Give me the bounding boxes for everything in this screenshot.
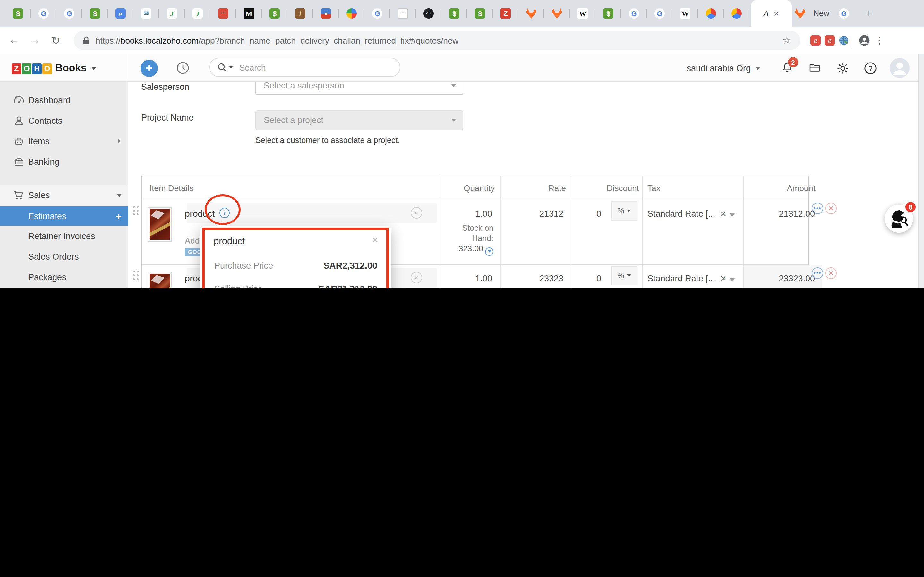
- sidebar-item-packages[interactable]: Packages: [0, 268, 128, 287]
- tax-row2[interactable]: Standard Rate [...✕: [648, 274, 735, 284]
- project-select[interactable]: Select a project: [255, 110, 463, 130]
- row2-more-actions-icon[interactable]: •••: [812, 268, 823, 279]
- row1-delete-icon[interactable]: ✕: [825, 203, 837, 214]
- item-price-popover: product ✕ Purchase Price SAR2,312.00 Sel…: [200, 226, 391, 288]
- popover-close-icon[interactable]: ✕: [372, 235, 379, 245]
- pinned-tab-z-19[interactable]: Z: [493, 4, 519, 23]
- notifications-button[interactable]: 2: [778, 54, 797, 82]
- sidebar-item-sales-orders[interactable]: Sales Orders: [0, 247, 128, 266]
- pinned-tab-g-1[interactable]: G: [31, 4, 57, 23]
- pinned-tab-zb-23[interactable]: $: [596, 4, 621, 23]
- project-chevron-icon: [451, 119, 456, 122]
- pinned-tab-mail-5[interactable]: ✉: [134, 4, 159, 23]
- settings-button[interactable]: [833, 54, 852, 82]
- salesperson-select[interactable]: Select a salesperson: [255, 82, 463, 95]
- project-placeholder: Select a project: [264, 115, 323, 125]
- pinned-tab-g-25[interactable]: G: [647, 4, 672, 23]
- tab-new[interactable]: New: [809, 4, 834, 23]
- pinned-tab-gl-20[interactable]: [519, 4, 544, 23]
- global-search[interactable]: [209, 58, 401, 77]
- qty-row2[interactable]: 1.00: [439, 274, 492, 284]
- sidebar-item-estimates[interactable]: Estimates+: [0, 206, 128, 226]
- pinned-tab-cliq-8[interactable]: ⋯: [210, 4, 236, 23]
- active-tab[interactable]: A ×: [751, 0, 792, 27]
- remove-item-icon-row1[interactable]: ×: [411, 207, 422, 219]
- pinned-tab-g-14[interactable]: G: [365, 4, 390, 23]
- stock-expand-icon[interactable]: [485, 247, 493, 255]
- pinned-tab-dr-27[interactable]: [698, 4, 724, 23]
- browser-profile-icon[interactable]: [856, 27, 873, 54]
- pinned-tab-gh-16[interactable]: ◠: [416, 4, 441, 23]
- pinned-tab-zb-3[interactable]: $: [82, 4, 108, 23]
- sidebar-item-dashboard[interactable]: Dashboard: [0, 90, 128, 110]
- row2-delete-icon[interactable]: ✕: [825, 268, 837, 279]
- pinned-tab-ds-4[interactable]: ⌕: [108, 4, 134, 23]
- sidebar-item-banking[interactable]: Banking: [0, 152, 128, 171]
- pinned-tab-g-24[interactable]: G: [621, 4, 647, 23]
- org-switcher[interactable]: saudi arabia Org: [687, 54, 760, 82]
- user-avatar[interactable]: [888, 54, 911, 82]
- forward-button[interactable]: →: [26, 27, 43, 54]
- tab-google[interactable]: G: [835, 4, 852, 23]
- discount-row2[interactable]: 0: [572, 274, 601, 284]
- item-image-row2[interactable]: [148, 272, 172, 288]
- assist-widget[interactable]: 8: [885, 205, 913, 233]
- drag-handle-row1[interactable]: [133, 206, 134, 207]
- reload-button[interactable]: ↻: [47, 27, 64, 54]
- col-amount: Amount: [743, 176, 816, 199]
- tab-close-icon[interactable]: ×: [774, 8, 779, 19]
- pinned-tab-gl-21[interactable]: [544, 4, 570, 23]
- sidebar-item-delivery-challans[interactable]: Delivery Challans: [0, 288, 128, 288]
- recent-history-icon[interactable]: [173, 54, 192, 82]
- pinned-tab-zb-18[interactable]: $: [467, 4, 493, 23]
- pinned-tab-zb-17[interactable]: $: [441, 4, 467, 23]
- pinned-tab-m-9[interactable]: M: [236, 4, 262, 23]
- pinned-tab-w-22[interactable]: W: [570, 4, 596, 23]
- pinned-tab-doc-15[interactable]: ≡: [390, 4, 416, 23]
- tax-clear-icon-row2[interactable]: ✕: [720, 274, 727, 284]
- documents-button[interactable]: [805, 54, 825, 82]
- discount-unit-row2[interactable]: %: [611, 266, 637, 285]
- pinned-tab-w-26[interactable]: W: [672, 4, 698, 23]
- rate-row1[interactable]: 21312: [501, 209, 564, 219]
- browser-menu-icon[interactable]: ⋮: [871, 27, 888, 54]
- quick-create-button[interactable]: +: [139, 54, 158, 82]
- sidebar-item-label: Sales: [28, 190, 50, 200]
- bookmark-star-icon[interactable]: ☆: [782, 35, 791, 46]
- pinned-tab-ppl-12[interactable]: ●: [313, 4, 339, 23]
- pinned-tab-pin-13[interactable]: [339, 4, 365, 23]
- search-input[interactable]: [238, 62, 367, 73]
- remove-item-icon-row2[interactable]: ×: [411, 272, 422, 284]
- page-scrollbar[interactable]: [918, 54, 924, 288]
- search-icon: [218, 63, 226, 72]
- pinned-tab-j-7[interactable]: J: [185, 4, 210, 23]
- discount-row1[interactable]: 0: [572, 209, 601, 219]
- tab-gitlab[interactable]: [793, 4, 807, 23]
- sidebar-item-items[interactable]: Items: [0, 131, 128, 151]
- help-button[interactable]: ?: [861, 54, 880, 82]
- tax-clear-icon[interactable]: ✕: [720, 210, 727, 219]
- row1-more-actions-icon[interactable]: •••: [812, 203, 823, 214]
- salesperson-label: Salesperson: [141, 82, 189, 92]
- new-tab-button[interactable]: +: [860, 4, 877, 23]
- tax-row1[interactable]: Standard Rate [...✕: [648, 209, 735, 219]
- sidebar-item-sales[interactable]: Sales: [0, 185, 128, 205]
- pinned-tab-zb-0[interactable]: $: [5, 4, 31, 23]
- item-image-row1[interactable]: [148, 207, 172, 242]
- pinned-tab-j-6[interactable]: J: [159, 4, 185, 23]
- search-scope-chevron-icon[interactable]: [229, 66, 233, 69]
- drag-handle-row2[interactable]: [133, 271, 134, 272]
- sidebar-item-retainer-invoices[interactable]: Retainer Invoices: [0, 226, 128, 245]
- pinned-tab-g-2[interactable]: G: [57, 4, 82, 23]
- extension-globe-icon[interactable]: [835, 27, 852, 54]
- discount-unit-row1[interactable]: %: [611, 201, 637, 221]
- rate-row2[interactable]: 23323: [501, 274, 564, 284]
- sidebar-item-contacts[interactable]: Contacts: [0, 111, 128, 130]
- address-bar[interactable]: https://books.localzoho.com/app?branch_n…: [74, 31, 800, 50]
- add-estimate-icon[interactable]: +: [115, 211, 121, 221]
- pinned-tab-book-11[interactable]: /: [288, 4, 313, 23]
- back-button[interactable]: ←: [6, 27, 23, 54]
- pinned-tab-dr-28[interactable]: [724, 4, 750, 23]
- qty-row1[interactable]: 1.00: [439, 209, 492, 219]
- pinned-tab-zb-10[interactable]: $: [262, 4, 288, 23]
